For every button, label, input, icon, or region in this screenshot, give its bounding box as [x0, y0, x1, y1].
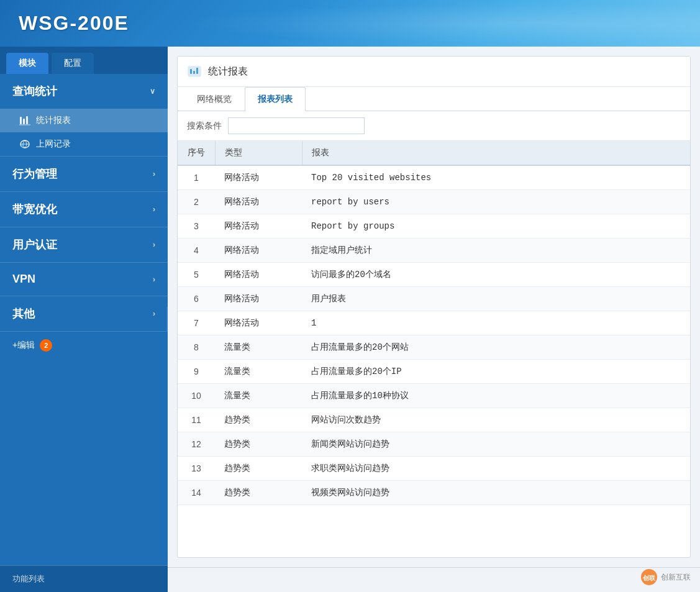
sidebar-item-web-log-label: 上网记录 [36, 139, 71, 150]
company-logo-text: 创新互联 [661, 572, 691, 583]
cell-report: 占用流量最多的20个IP [302, 360, 690, 384]
cell-type: 流量类 [215, 384, 302, 408]
section-bandwidth-label: 带宽优化 [12, 202, 57, 217]
table-row[interactable]: 4网络活动指定域用户统计 [178, 239, 690, 263]
page-header-title: 统计报表 [208, 65, 248, 78]
cell-seq: 5 [178, 263, 215, 287]
section-query-stats-header[interactable]: 查询统计 ∨ [0, 74, 168, 109]
cell-seq: 6 [178, 287, 215, 311]
cell-report: 用户报表 [302, 287, 690, 311]
cell-report: 占用流量最多的10种协议 [302, 384, 690, 408]
cell-type: 网络活动 [215, 311, 302, 335]
cell-seq: 3 [178, 214, 215, 239]
cell-type: 网络活动 [215, 190, 302, 214]
table-row[interactable]: 3网络活动Report by groups [178, 214, 690, 239]
table-row[interactable]: 10流量类占用流量最多的10种协议 [178, 384, 690, 408]
cell-seq: 4 [178, 239, 215, 263]
table-row[interactable]: 14趋势类视频类网站访问趋势 [178, 481, 690, 505]
edit-label: +编辑 [12, 340, 35, 351]
section-bandwidth-header[interactable]: 带宽优化 › [0, 192, 168, 227]
table-row[interactable]: 7网络活动1 [178, 311, 690, 335]
company-logo-icon: 创联 [640, 568, 658, 586]
table-row[interactable]: 8流量类占用流量最多的20个网站 [178, 335, 690, 360]
cell-type: 流量类 [215, 335, 302, 360]
table-header-row: 序号 类型 报表 [178, 141, 690, 165]
col-report: 报表 [302, 141, 690, 165]
cell-type: 趋势类 [215, 432, 302, 457]
page-header: 统计报表 [178, 57, 690, 87]
search-bar: 搜索条件 [178, 111, 690, 141]
cell-seq: 12 [178, 432, 215, 457]
cell-type: 网络活动 [215, 287, 302, 311]
section-behavior-label: 行为管理 [12, 166, 57, 181]
bottom-bar [168, 567, 700, 592]
cell-seq: 2 [178, 190, 215, 214]
cell-type: 网络活动 [215, 263, 302, 287]
table-row[interactable]: 1网络活动Top 20 visited websites [178, 165, 690, 190]
cell-seq: 13 [178, 457, 215, 481]
cell-type: 趋势类 [215, 457, 302, 481]
cell-seq: 11 [178, 408, 215, 432]
sidebar-item-web-log[interactable]: 上网记录 [0, 132, 168, 156]
table-row[interactable]: 9流量类占用流量最多的20个IP [178, 360, 690, 384]
sidebar-footer-label: 功能列表 [12, 574, 45, 583]
tab-config[interactable]: 配置 [52, 53, 94, 74]
globe-icon [19, 139, 31, 149]
content-area: 统计报表 网络概览 报表列表 搜索条件 [168, 47, 700, 592]
cell-report: 网站访问次数趋势 [302, 408, 690, 432]
section-behavior-header[interactable]: 行为管理 › [0, 157, 168, 191]
cell-report: 占用流量最多的20个网站 [302, 335, 690, 360]
sidebar-item-stats-report[interactable]: 统计报表 [0, 109, 168, 132]
chart-icon [19, 116, 31, 125]
cell-report: 求职类网站访问趋势 [302, 457, 690, 481]
section-other-header[interactable]: 其他 › [0, 296, 168, 331]
table-row[interactable]: 2网络活动report by users [178, 190, 690, 214]
cell-report: 访问最多的20个域名 [302, 263, 690, 287]
tab-module[interactable]: 模块 [6, 53, 48, 74]
sidebar-footer: 功能列表 [0, 565, 168, 592]
section-user-auth: 用户认证 › [0, 227, 168, 263]
tab-report-list[interactable]: 报表列表 [245, 87, 306, 111]
tab-network-overview[interactable]: 网络概览 [184, 87, 245, 111]
cell-seq: 10 [178, 384, 215, 408]
sidebar-collapse-handle[interactable]: ‹ [166, 307, 168, 332]
svg-point-5 [21, 145, 24, 147]
section-behavior-arrow: › [153, 170, 155, 178]
search-input[interactable] [228, 117, 365, 134]
section-query-stats: 查询统计 ∨ 统计报表 [0, 74, 168, 157]
section-behavior: 行为管理 › [0, 157, 168, 192]
svg-rect-8 [193, 71, 195, 74]
cell-report: Top 20 visited websites [302, 165, 690, 190]
edit-badge: 2 [40, 339, 52, 352]
cell-type: 网络活动 [215, 239, 302, 263]
section-vpn: VPN › [0, 263, 168, 296]
cell-seq: 14 [178, 481, 215, 505]
search-label: 搜索条件 [187, 121, 222, 132]
section-user-auth-header[interactable]: 用户认证 › [0, 227, 168, 262]
table-row[interactable]: 11趋势类网站访问次数趋势 [178, 408, 690, 432]
cell-seq: 1 [178, 165, 215, 190]
table-container: 序号 类型 报表 1网络活动Top 20 visited websites2网络… [178, 141, 690, 557]
svg-rect-9 [196, 68, 198, 74]
section-bandwidth: 带宽优化 › [0, 192, 168, 227]
table-row[interactable]: 6网络活动用户报表 [178, 287, 690, 311]
edit-button[interactable]: +编辑 2 [0, 332, 168, 359]
table-row[interactable]: 12趋势类新闻类网站访问趋势 [178, 432, 690, 457]
table-row[interactable]: 13趋势类求职类网站访问趋势 [178, 457, 690, 481]
section-vpn-header[interactable]: VPN › [0, 263, 168, 296]
cell-seq: 9 [178, 360, 215, 384]
cell-seq: 7 [178, 311, 215, 335]
section-bandwidth-arrow: › [153, 205, 155, 214]
app-header: WSG-200E [0, 0, 700, 47]
table-row[interactable]: 5网络活动访问最多的20个域名 [178, 263, 690, 287]
section-other: 其他 › [0, 296, 168, 332]
svg-rect-2 [26, 116, 28, 124]
col-type: 类型 [215, 141, 302, 165]
cell-type: 趋势类 [215, 408, 302, 432]
section-user-auth-label: 用户认证 [12, 237, 57, 252]
app-title: WSG-200E [19, 12, 129, 35]
cell-type: 流量类 [215, 360, 302, 384]
cell-type: 网络活动 [215, 214, 302, 239]
sidebar: 模块 配置 查询统计 ∨ 统计报表 [0, 47, 168, 592]
sidebar-tabs: 模块 配置 [0, 47, 168, 74]
